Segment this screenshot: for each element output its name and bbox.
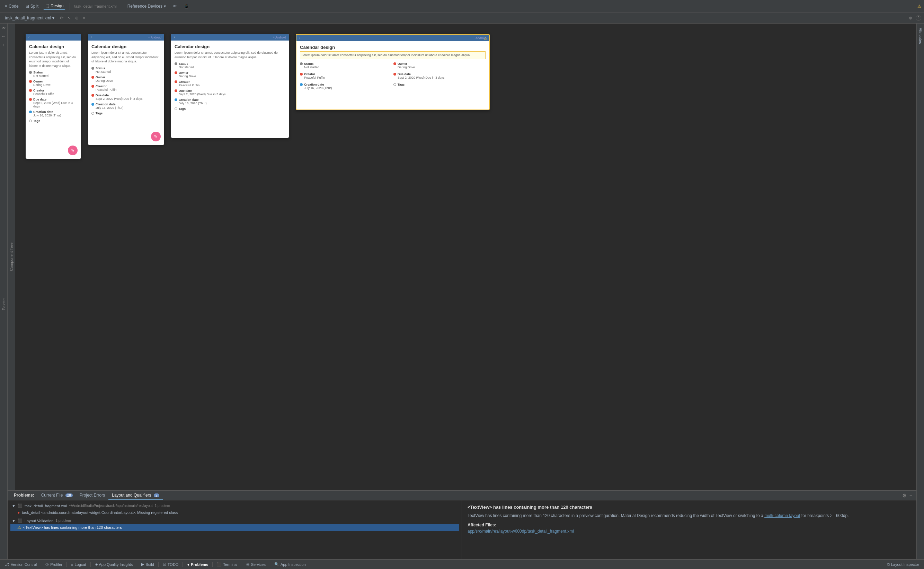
problems-tabs-bar: Problems: Current File 28 Project Errors… xyxy=(8,491,916,501)
separator xyxy=(70,3,70,10)
field-tags-small: Tags xyxy=(29,119,77,123)
attributes-label[interactable]: Attributes xyxy=(917,24,924,48)
problems-content: ▼ ⬛ task_detail_fragment.xml ~/AndroidSt… xyxy=(8,501,916,559)
layout-inspector-icon: ⧉ xyxy=(887,562,890,567)
problem-text-textview: <TextView> has lines containing more tha… xyxy=(23,525,122,529)
tab-project-errors[interactable]: Project Errors xyxy=(76,491,108,500)
status-todo[interactable]: ☑ TODO xyxy=(161,561,181,567)
build-icon: ▶ xyxy=(141,562,144,567)
arrow-left-icon[interactable]: ← xyxy=(1,33,6,40)
split-icon: ⊟ xyxy=(26,4,29,9)
file-tabs-bar: task_detail_fragment.xml ▾ ⟳ ↖ ⊕ » ⊕ ? xyxy=(0,12,924,24)
problem-detail: <TextView> has lines containing more tha… xyxy=(462,501,916,559)
file-name-btn[interactable]: task_detail_fragment.xml ▾ xyxy=(3,15,56,21)
back-arrow-small: ‹ xyxy=(29,35,29,39)
component-tree-label[interactable]: Component Tree xyxy=(9,240,14,274)
palette-sidebar: 👁 ← ↑ Palette xyxy=(0,24,8,559)
problem-missing-class[interactable]: ● task_detail <androidx.coordinatorlayou… xyxy=(11,509,459,516)
canvas-area[interactable]: ‹ Calendar design Lorem ipsum dolor sit … xyxy=(15,24,916,490)
separator2 xyxy=(121,3,121,10)
main-area: 👁 ← ↑ Palette Component Tree xyxy=(0,24,924,559)
card-header-small: ‹ xyxy=(26,34,81,41)
arrow-up-icon[interactable]: ↑ xyxy=(2,41,6,48)
app-inspection-icon: 🔍 xyxy=(274,562,279,567)
card-title-large: Calendar design xyxy=(174,44,285,49)
wide-fields-grid: Status Not started Owner Daring Dove Cre… xyxy=(300,62,486,92)
status-layout-inspector[interactable]: ⧉ Layout Inspector xyxy=(885,561,921,567)
sync-btn[interactable]: ⟳ xyxy=(59,15,64,21)
sep1 xyxy=(41,562,41,567)
card-desc-large: Lorem ipsum dolor sit amet, consectetur … xyxy=(174,50,285,59)
expand-icon: ▼ xyxy=(12,504,15,508)
sep2 xyxy=(67,562,67,567)
card-header-wide: ‹ + Android xyxy=(296,35,489,41)
dropdown-icon: ▾ xyxy=(52,15,55,20)
card-title-medium: Calendar design xyxy=(91,44,161,49)
highlighted-desc: Lorem ipsum dolor sit amet consectetur a… xyxy=(300,51,486,59)
help-btn[interactable]: ? xyxy=(916,15,921,21)
problems-label: Problems: xyxy=(11,491,38,500)
problem-textview-lines[interactable]: ⚠ <TextView> has lines containing more t… xyxy=(11,524,459,531)
right-panel: Attributes xyxy=(916,24,924,559)
status-logcat[interactable]: ≡ Logcat xyxy=(69,562,88,567)
tab-layout-qualifiers[interactable]: Layout and Qualifiers 2 xyxy=(108,491,162,500)
zoom-btn[interactable]: ⊕ xyxy=(908,15,913,21)
app-quality-icon: ◈ xyxy=(95,562,98,567)
card-body-large: Calendar design Lorem ipsum dolor sit am… xyxy=(171,41,289,116)
error-icon: ● xyxy=(17,510,20,515)
status-version-control[interactable]: ⎇ Version Control xyxy=(3,561,39,567)
more-btn[interactable]: » xyxy=(82,15,86,21)
chevron-down-icon: ▾ xyxy=(164,4,166,9)
detail-description: TextView has lines containing more than … xyxy=(467,513,911,519)
sep3 xyxy=(90,562,91,567)
status-app-inspection[interactable]: 🔍 App Inspection xyxy=(272,561,308,567)
tab-current-file[interactable]: Current File 28 xyxy=(38,491,76,500)
problems-panel: Problems: Current File 28 Project Errors… xyxy=(8,490,916,559)
status-app-quality[interactable]: ◈ App Quality Insights xyxy=(93,561,135,567)
reference-devices-btn[interactable]: Reference Devices ▾ xyxy=(125,3,168,9)
affected-file-path[interactable]: app/src/main/res/layout-w600dp/task_deta… xyxy=(467,529,911,534)
status-services[interactable]: ◎ Services xyxy=(244,561,268,567)
multi-column-link[interactable]: multi-column layout xyxy=(764,513,800,518)
preview-wide: ‹ + Android ⚠ Calendar design Lorem ipsu… xyxy=(296,34,490,110)
problem-group-layout: ▼ ⬛ Layout Validation 1 problem ⚠ <TextV… xyxy=(8,517,462,532)
card-body-medium: Calendar design Lorem ipsum dolor sit am… xyxy=(88,41,164,120)
split-tab[interactable]: ⊟ Split xyxy=(24,3,41,9)
card-title-small: Calendar design xyxy=(29,44,77,49)
group-header-layout[interactable]: ▼ ⬛ Layout Validation 1 problem xyxy=(11,517,459,524)
fab-medium[interactable]: ✎ xyxy=(151,132,161,141)
status-build[interactable]: ▶ Build xyxy=(139,561,156,567)
profiler-icon: ◷ xyxy=(46,562,49,567)
file-icon: ⬛ xyxy=(18,504,23,508)
minimize-icon[interactable]: − xyxy=(908,493,913,498)
device-icon-btn[interactable]: 📱 xyxy=(182,3,191,9)
back-arrow-large: ‹ xyxy=(174,35,175,39)
previews-container: ‹ Calendar design Lorem ipsum dolor sit … xyxy=(22,30,909,169)
design-tab[interactable]: ⬚ Design xyxy=(43,3,65,10)
eye-icon[interactable]: 👁 xyxy=(1,25,6,31)
status-profiler[interactable]: ◷ Profiler xyxy=(43,561,64,567)
services-icon: ◎ xyxy=(246,562,250,567)
field-creator-small: Creator Peaceful Puffin xyxy=(29,89,77,96)
pointer-btn[interactable]: ⊕ xyxy=(74,15,79,21)
group-file-path: ~/AndroidStudioProjects/trackr/app/src/m… xyxy=(69,504,153,508)
warning-icon: ⚠ xyxy=(918,4,921,9)
expand-icon2: ▼ xyxy=(12,519,15,523)
group-header-file[interactable]: ▼ ⬛ task_detail_fragment.xml ~/AndroidSt… xyxy=(11,502,459,509)
fab-small[interactable]: ✎ xyxy=(68,146,77,155)
select-btn[interactable]: ↖ xyxy=(67,15,72,21)
palette-label[interactable]: Palette xyxy=(1,295,6,313)
editor-area: Component Tree ‹ Calendar xyxy=(8,24,916,559)
version-control-icon: ⎇ xyxy=(5,562,9,567)
status-problems[interactable]: ● Problems xyxy=(185,562,210,567)
field-duedate-small: Due date Sept 2, 2020 (Wed) Due in 3 day… xyxy=(29,98,77,108)
eye-icon-btn[interactable]: 👁 xyxy=(171,3,179,9)
preview-medium: ‹ + Android Calendar design Lorem ipsum … xyxy=(88,34,164,145)
todo-icon: ☑ xyxy=(163,562,166,567)
code-tab[interactable]: ≡ Code xyxy=(3,3,21,9)
group-layout-count: 1 problem xyxy=(55,519,71,523)
code-icon: ≡ xyxy=(5,4,7,9)
settings-icon[interactable]: ⚙ xyxy=(901,493,908,498)
status-terminal[interactable]: ⬛ Terminal xyxy=(215,561,240,567)
sep5 xyxy=(158,562,159,567)
